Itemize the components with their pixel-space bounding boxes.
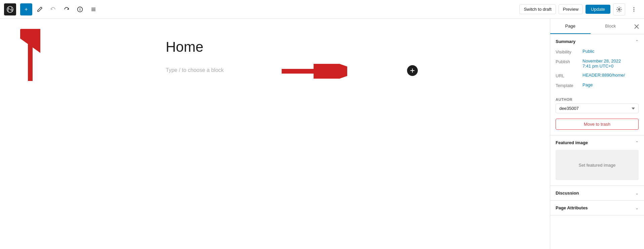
toolbar: + — [0, 0, 644, 19]
settings-button[interactable] — [613, 3, 625, 15]
featured-image-header[interactable]: Featured image ⌃ — [550, 135, 644, 150]
author-label: AUTHOR — [556, 97, 639, 101]
redo-button[interactable] — [61, 3, 73, 15]
url-value[interactable]: HEADER:8890/home/ — [582, 73, 639, 78]
visibility-value[interactable]: Public — [582, 49, 639, 54]
publish-label: Publish — [556, 58, 582, 64]
page-attributes-title: Page Attributes — [556, 205, 588, 210]
featured-image-section: Featured image ⌃ Set featured image — [550, 135, 644, 186]
toolbar-left: + — [4, 3, 519, 15]
discussion-header[interactable]: Discussion ⌄ — [550, 186, 644, 200]
summary-section-header[interactable]: Summary ⌃ — [550, 34, 644, 49]
tab-page[interactable]: Page — [550, 19, 591, 34]
switch-to-draft-button[interactable]: Switch to draft — [519, 4, 556, 14]
toolbar-right: Switch to draft Preview Update — [519, 3, 640, 15]
discussion-section: Discussion ⌄ — [550, 186, 644, 201]
update-button[interactable]: Update — [586, 5, 610, 14]
summary-body: Visibility Public Publish November 28, 2… — [550, 49, 644, 97]
page-attributes-header[interactable]: Page Attributes ⌄ — [550, 201, 644, 215]
edit-button[interactable] — [34, 3, 46, 15]
url-row: URL HEADER:8890/home/ — [556, 73, 639, 78]
author-select[interactable]: dee35007 — [556, 103, 639, 113]
template-row: Template Page — [556, 82, 639, 88]
move-to-trash-section: Move to trash — [550, 119, 644, 135]
main-layout: Home Type / to choose a block — [0, 19, 644, 249]
editor-area: Home Type / to choose a block — [0, 19, 550, 249]
discussion-title: Discussion — [556, 191, 579, 196]
template-label: Template — [556, 82, 582, 88]
page-title[interactable]: Home — [166, 39, 384, 55]
info-button[interactable] — [74, 3, 86, 15]
svg-point-10 — [634, 10, 634, 11]
svg-point-9 — [634, 9, 634, 9]
page-attributes-section: Page Attributes ⌄ — [550, 201, 644, 215]
template-value[interactable]: Page — [582, 82, 639, 87]
summary-section: Summary ⌃ Visibility Public Publish Nove… — [550, 34, 644, 135]
publish-value[interactable]: November 28, 20227:41 pm UTC+0 — [582, 58, 639, 69]
set-featured-image-text: Set featured image — [579, 163, 616, 168]
publish-row: Publish November 28, 20227:41 pm UTC+0 — [556, 58, 639, 69]
editor-content: Home Type / to choose a block — [166, 39, 384, 229]
svg-point-7 — [618, 8, 620, 10]
url-label: URL — [556, 73, 582, 78]
tab-block[interactable]: Block — [591, 19, 631, 34]
block-placeholder-text: Type / to choose a block — [166, 67, 384, 73]
svg-point-3 — [80, 8, 80, 9]
discussion-chevron-icon: ⌄ — [635, 191, 639, 196]
move-to-trash-button[interactable]: Move to trash — [556, 119, 639, 130]
featured-image-chevron-icon: ⌃ — [635, 140, 639, 145]
page-attributes-chevron-icon: ⌄ — [635, 206, 639, 210]
add-block-button[interactable]: + — [20, 3, 32, 15]
featured-image-placeholder[interactable]: Set featured image — [556, 150, 639, 180]
sidebar: Page Block Summary ⌃ Visibility Public — [550, 19, 644, 249]
summary-title: Summary — [556, 39, 575, 44]
sidebar-tabs: Page Block — [550, 19, 644, 34]
block-placeholder[interactable]: Type / to choose a block — [166, 66, 384, 75]
featured-image-title: Featured image — [556, 140, 588, 145]
undo-button[interactable] — [47, 3, 59, 15]
svg-point-8 — [634, 7, 634, 8]
arrow-up-indicator — [20, 29, 40, 83]
preview-button[interactable]: Preview — [559, 4, 583, 14]
visibility-label: Visibility — [556, 49, 582, 54]
author-section: AUTHOR dee35007 — [550, 97, 644, 119]
arrow-right-indicator — [280, 64, 347, 79]
wp-logo[interactable] — [4, 3, 16, 15]
inline-add-block-button[interactable] — [407, 65, 418, 76]
visibility-row: Visibility Public — [556, 49, 639, 54]
list-view-button[interactable] — [87, 3, 99, 15]
sidebar-close-button[interactable] — [631, 20, 643, 33]
more-options-button[interactable] — [628, 3, 640, 15]
summary-chevron-icon: ⌃ — [635, 39, 639, 44]
